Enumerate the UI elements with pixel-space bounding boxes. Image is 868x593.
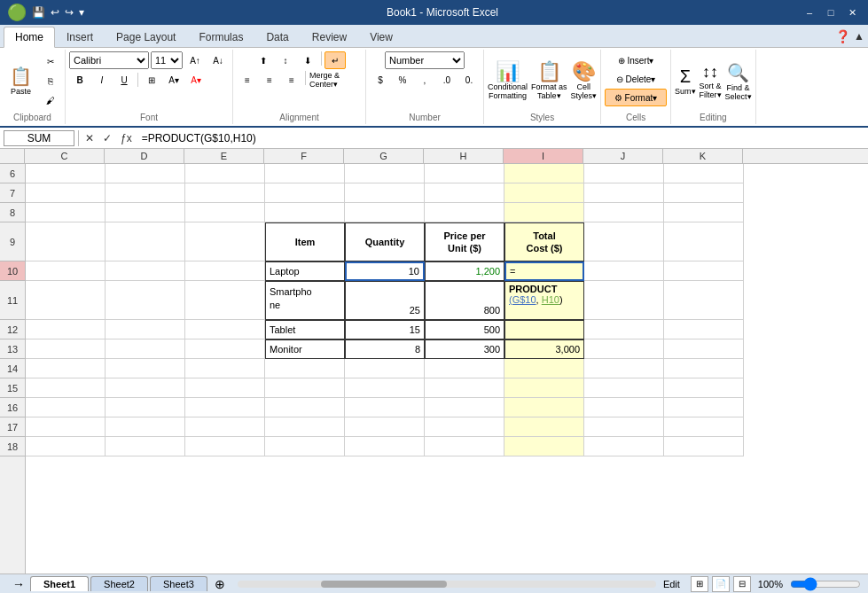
cell-f7[interactable] (265, 183, 345, 203)
cell-h8[interactable] (425, 203, 504, 222)
cell-d16[interactable] (106, 398, 185, 417)
cell-e18[interactable] (185, 437, 265, 456)
cell-c9[interactable] (26, 222, 106, 261)
cell-g6[interactable] (345, 164, 425, 183)
normal-view-button[interactable]: ⊞ (691, 576, 708, 592)
cell-g18[interactable] (345, 437, 425, 456)
cell-f18[interactable] (265, 437, 345, 456)
cell-k7[interactable] (664, 183, 744, 203)
cell-h9-price[interactable]: Price per Unit ($) (425, 222, 504, 261)
cell-c17[interactable] (26, 417, 106, 437)
cell-d15[interactable] (106, 378, 185, 398)
cell-g11-qty[interactable]: 25 (345, 281, 425, 320)
cell-k10[interactable] (664, 261, 744, 281)
cell-k9[interactable] (664, 222, 744, 261)
col-header-i[interactable]: I (504, 149, 583, 163)
cell-h6[interactable] (425, 164, 504, 183)
cell-e15[interactable] (185, 378, 265, 398)
cell-g13-qty[interactable]: 8 (345, 339, 425, 359)
cell-h13-price[interactable]: 300 (425, 339, 504, 359)
cell-k15[interactable] (664, 378, 744, 398)
comma-button[interactable]: , (414, 71, 435, 89)
horizontal-scrollbar[interactable] (238, 581, 656, 588)
cell-g12-qty[interactable]: 15 (345, 320, 425, 339)
cell-e17[interactable] (185, 417, 265, 437)
cell-k18[interactable] (664, 437, 744, 456)
cell-i14[interactable] (504, 359, 584, 378)
col-header-d[interactable]: D (105, 149, 184, 163)
row-header-17[interactable]: 17 (0, 417, 25, 437)
cell-j8[interactable] (584, 203, 664, 222)
format-painter-button[interactable]: 🖌 (40, 92, 61, 110)
row-header-10[interactable]: 10 (0, 261, 25, 281)
tab-home[interactable]: Home (4, 27, 55, 48)
cell-c18[interactable] (26, 437, 106, 456)
cell-f6[interactable] (265, 164, 345, 183)
merge-center-button[interactable]: Merge & Center▾ (309, 71, 362, 89)
percent-button[interactable]: % (392, 71, 413, 89)
cell-e8[interactable] (185, 203, 265, 222)
insert-function-button[interactable]: ƒx (118, 132, 135, 144)
cell-i12[interactable] (504, 320, 584, 339)
cell-f17[interactable] (265, 417, 345, 437)
cell-f15[interactable] (265, 378, 345, 398)
border-button[interactable]: ⊞ (141, 71, 162, 89)
cell-g10-qty[interactable]: 10 (345, 261, 425, 281)
row-header-16[interactable]: 16 (0, 398, 25, 417)
col-header-k[interactable]: K (663, 149, 743, 163)
cell-c8[interactable] (26, 203, 106, 222)
minimize-button[interactable]: – (801, 4, 818, 20)
cell-d11[interactable] (106, 281, 185, 320)
cell-j15[interactable] (584, 378, 664, 398)
font-size-select[interactable]: 11 (151, 51, 183, 69)
cell-f8[interactable] (265, 203, 345, 222)
insert-cells-button[interactable]: ⊕ Insert▾ (605, 51, 667, 69)
cell-k6[interactable] (664, 164, 744, 183)
cell-k14[interactable] (664, 359, 744, 378)
align-center-button[interactable]: ≡ (259, 71, 280, 89)
cell-h17[interactable] (425, 417, 504, 437)
cell-h14[interactable] (425, 359, 504, 378)
page-layout-view-button[interactable]: 📄 (712, 576, 730, 592)
currency-button[interactable]: $ (370, 71, 391, 89)
cell-i9-total[interactable]: Total Cost ($) (504, 222, 584, 261)
cell-h11-price[interactable]: 800 (425, 281, 504, 320)
cell-d18[interactable] (106, 437, 185, 456)
cell-f9-item[interactable]: Item (265, 222, 345, 261)
cell-j7[interactable] (584, 183, 664, 203)
font-color-button[interactable]: A▾ (185, 71, 207, 89)
col-header-c[interactable]: C (25, 149, 105, 163)
number-format-select[interactable]: Number (385, 51, 465, 69)
cell-e6[interactable] (185, 164, 265, 183)
sheet-tab-1[interactable]: Sheet1 (30, 576, 89, 591)
cell-c15[interactable] (26, 378, 106, 398)
cell-e7[interactable] (185, 183, 265, 203)
cell-d12[interactable] (106, 320, 185, 339)
cell-j13[interactable] (584, 339, 664, 359)
sheet-tab-2[interactable]: Sheet2 (90, 576, 148, 591)
cell-g15[interactable] (345, 378, 425, 398)
cell-d8[interactable] (106, 203, 185, 222)
new-sheet-icon[interactable]: ⊕ (209, 575, 231, 593)
ribbon-minimize[interactable]: ▲ (854, 30, 864, 43)
cell-j11[interactable] (584, 281, 664, 320)
confirm-formula-button[interactable]: ✓ (100, 132, 114, 144)
cell-d17[interactable] (106, 417, 185, 437)
bottom-align-button[interactable]: ⬇ (297, 51, 318, 69)
cell-i16[interactable] (504, 398, 584, 417)
cell-g7[interactable] (345, 183, 425, 203)
cell-i15[interactable] (504, 378, 584, 398)
cell-i6[interactable] (504, 164, 584, 183)
help-button[interactable]: ❓ (835, 29, 850, 43)
cell-h12-price[interactable]: 500 (425, 320, 504, 339)
fill-color-button[interactable]: A▾ (163, 71, 184, 89)
top-align-button[interactable]: ⬆ (253, 51, 274, 69)
row-header-13[interactable]: 13 (0, 339, 25, 359)
cancel-formula-button[interactable]: ✕ (82, 132, 97, 144)
cell-j12[interactable] (584, 320, 664, 339)
cell-k8[interactable] (664, 203, 744, 222)
close-button[interactable]: ✕ (843, 4, 861, 20)
cell-c16[interactable] (26, 398, 106, 417)
cell-i10-formula[interactable]: = (504, 261, 584, 281)
cell-k11[interactable] (664, 281, 744, 320)
